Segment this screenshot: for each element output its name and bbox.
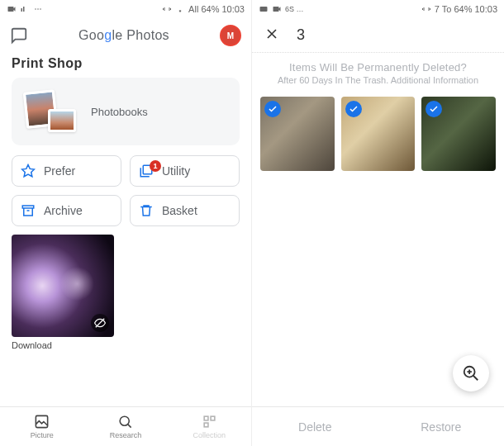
close-button[interactable] <box>264 26 280 45</box>
app-title: Google Photos <box>40 28 208 43</box>
avatar-initials: M <box>227 31 234 40</box>
restore-button[interactable]: Restore <box>378 407 505 446</box>
zoom-in-icon <box>462 364 480 382</box>
tab-research[interactable]: Research <box>83 407 167 446</box>
photo-preview[interactable]: Download <box>12 235 114 352</box>
tab-picture-label: Picture <box>31 431 54 439</box>
star-icon <box>21 164 36 178</box>
trash-item[interactable] <box>341 97 416 171</box>
chat-icon[interactable] <box>10 26 28 45</box>
svg-rect-0 <box>21 8 23 12</box>
svg-point-2 <box>35 8 36 10</box>
signal-4g-icon <box>20 4 30 14</box>
status-left-icons <box>7 4 43 14</box>
selected-check <box>426 101 442 117</box>
preview-image <box>12 235 114 337</box>
archive-icon <box>21 203 36 218</box>
right-panel: 6S … 7 To 64% 10:03 3 Items Will Be Perm… <box>252 0 504 446</box>
more-icon <box>33 4 43 14</box>
left-panel: All 64% 10:03 Google Photos M Print Shop… <box>0 0 252 446</box>
utility-label: Utility <box>162 164 190 178</box>
zoom-fab[interactable] <box>453 355 489 391</box>
delete-button[interactable]: Delete <box>252 407 378 446</box>
trash-grid <box>252 97 504 171</box>
svg-rect-1 <box>23 7 25 12</box>
svg-rect-14 <box>260 7 268 12</box>
trash-icon <box>139 203 154 218</box>
svg-marker-5 <box>22 165 35 177</box>
status-bar-left: All 64% 10:03 <box>0 0 251 18</box>
photobooks-card[interactable]: Photobooks <box>12 78 240 145</box>
prefer-label: Prefer <box>44 164 75 178</box>
bottom-actions: Delete Restore <box>252 406 504 446</box>
vibrate-icon <box>421 4 431 14</box>
status-right-left-icons: 6S … <box>259 4 304 14</box>
status-right: All 64% 10:03 <box>162 4 245 14</box>
svg-rect-7 <box>22 206 34 208</box>
title-part2: le Photos <box>112 28 169 42</box>
warning-subtext: After 60 Days In The Trash. Additional I… <box>252 75 504 97</box>
title-part1: Goo <box>78 28 104 42</box>
utility-button[interactable]: 1 Utility <box>130 155 240 187</box>
trash-item[interactable] <box>421 97 496 171</box>
svg-rect-13 <box>204 423 208 427</box>
camera-icon <box>259 4 269 14</box>
tab-collection[interactable]: Collection <box>168 407 251 446</box>
selection-count: 3 <box>297 26 305 44</box>
status-6s-text: 6S … <box>285 5 304 13</box>
avatar[interactable]: M <box>220 25 241 46</box>
vibrate-icon <box>162 4 172 14</box>
tab-collection-label: Collection <box>193 431 226 439</box>
close-icon <box>264 26 280 42</box>
svg-point-3 <box>37 8 39 10</box>
download-label: Download <box>12 337 114 352</box>
video-icon <box>272 4 282 14</box>
status-right-text: 7 To 64% 10:03 <box>435 4 497 14</box>
search-icon <box>117 414 133 429</box>
selection-header: 3 <box>252 18 504 53</box>
svg-point-4 <box>40 8 41 10</box>
tab-picture[interactable]: Picture <box>0 407 83 446</box>
video-icon <box>7 4 17 14</box>
status-text: All 64% 10:03 <box>188 4 245 14</box>
archive-button[interactable]: Archive <box>12 195 121 226</box>
svg-point-10 <box>121 416 130 425</box>
hidden-icon <box>91 314 109 332</box>
section-title: Print Shop <box>0 53 251 78</box>
status-right-text-group: 7 To 64% 10:03 <box>421 4 497 14</box>
svg-rect-11 <box>204 416 208 420</box>
selected-check <box>264 101 281 117</box>
basket-label: Basket <box>162 204 197 217</box>
picture-icon <box>34 414 50 429</box>
thumb-front <box>48 109 76 132</box>
prefer-button[interactable]: Prefer <box>12 155 121 187</box>
selected-check <box>345 101 362 117</box>
card-thumbnails <box>25 91 76 132</box>
svg-rect-12 <box>211 416 215 420</box>
trash-item[interactable] <box>260 97 335 171</box>
archive-label: Archive <box>44 204 83 217</box>
card-label: Photobooks <box>91 106 148 118</box>
wifi-icon <box>175 4 185 14</box>
tab-bar: Picture Research Collection <box>0 406 251 446</box>
basket-button[interactable]: Basket <box>130 195 240 226</box>
status-bar-right: 6S … 7 To 64% 10:03 <box>252 0 504 18</box>
tab-research-label: Research <box>110 431 142 439</box>
warning-title: Items Will Be Permanently Deleted? <box>252 53 504 75</box>
app-header: Google Photos M <box>0 18 251 53</box>
collection-icon <box>202 414 217 429</box>
utility-badge: 1 <box>150 160 161 172</box>
